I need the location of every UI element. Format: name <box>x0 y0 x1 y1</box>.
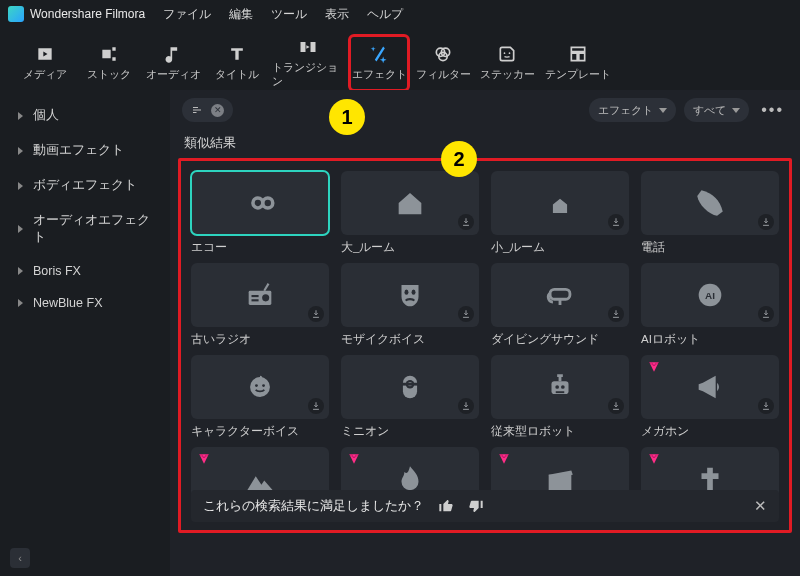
effect-label: キャラクターボイス <box>191 424 329 439</box>
menu-edit[interactable]: 編集 <box>229 6 253 23</box>
tool-media[interactable]: メディア <box>16 36 74 90</box>
menu-tool[interactable]: ツール <box>271 6 307 23</box>
filter-all-dropdown[interactable]: すべて <box>684 98 749 122</box>
download-icon[interactable] <box>608 214 624 230</box>
download-icon[interactable] <box>758 214 774 230</box>
chevron-right-icon <box>18 182 23 190</box>
download-icon[interactable] <box>308 306 324 322</box>
sidebar-item-audio-fx[interactable]: オーディオエフェクト <box>0 203 170 255</box>
download-icon[interactable] <box>308 398 324 414</box>
effect-thumbnail[interactable] <box>641 355 779 419</box>
sidebar-item-borisfx[interactable]: Boris FX <box>0 255 170 287</box>
tool-stock[interactable]: ストック <box>80 36 138 90</box>
effect-thumbnail[interactable] <box>191 263 329 327</box>
title-icon <box>227 44 247 64</box>
content-toolbar: ✕ エフェクト すべて ••• <box>170 90 800 130</box>
effect-thumbnail[interactable] <box>341 355 479 419</box>
sidebar-item-body-fx[interactable]: ボディエフェクト <box>0 168 170 203</box>
effect-thumbnail[interactable] <box>491 263 629 327</box>
download-icon[interactable] <box>458 398 474 414</box>
close-icon: ✕ <box>211 104 224 117</box>
download-icon[interactable] <box>458 306 474 322</box>
chevron-right-icon <box>18 225 23 233</box>
results-grid-area: エコー大_ルーム小_ルーム電話古いラジオモザイクボイスダイビングサウンドAIAI… <box>178 158 792 533</box>
effect-label: エコー <box>191 240 329 255</box>
effect-cell: 古いラジオ <box>191 263 329 347</box>
tool-transition[interactable]: トランジション <box>272 36 344 90</box>
effect-label: メガホン <box>641 424 779 439</box>
sticker-icon <box>497 44 517 64</box>
download-icon[interactable] <box>608 306 624 322</box>
svg-rect-8 <box>252 299 259 301</box>
effect-thumbnail[interactable] <box>341 171 479 235</box>
app-logo: Wondershare Filmora <box>8 6 145 22</box>
tool-template[interactable]: テンプレート <box>542 36 614 90</box>
tool-sticker[interactable]: ステッカー <box>478 36 536 90</box>
effect-label: ミニオン <box>341 424 479 439</box>
effect-cell: 電話 <box>641 171 779 255</box>
effect-label: 従来型ロボット <box>491 424 629 439</box>
effect-label: 小_ルーム <box>491 240 629 255</box>
chevron-right-icon <box>18 267 23 275</box>
template-icon <box>568 44 588 64</box>
download-icon[interactable] <box>758 398 774 414</box>
effect-label: 古いラジオ <box>191 332 329 347</box>
filter-effect-dropdown[interactable]: エフェクト <box>589 98 676 122</box>
download-icon[interactable] <box>758 306 774 322</box>
annotation-callout: 1 <box>329 99 365 135</box>
tool-audio[interactable]: オーディオ <box>144 36 202 90</box>
download-icon[interactable] <box>608 398 624 414</box>
chevron-right-icon <box>18 147 23 155</box>
menu-file[interactable]: ファイル <box>163 6 211 23</box>
media-icon <box>35 44 55 64</box>
svg-rect-20 <box>402 383 419 386</box>
svg-point-22 <box>555 385 559 389</box>
effect-thumbnail[interactable] <box>191 355 329 419</box>
effect-cell: モザイクボイス <box>341 263 479 347</box>
effect-thumbnail[interactable] <box>191 171 329 235</box>
effect-cell: メガホン <box>641 355 779 439</box>
feedback-bar: これらの検索結果に満足しましたか？ ✕ <box>191 490 779 522</box>
svg-point-23 <box>561 385 565 389</box>
menu-help[interactable]: ヘルプ <box>367 6 403 23</box>
effect-thumbnail[interactable]: AI <box>641 263 779 327</box>
effect-thumbnail[interactable] <box>491 355 629 419</box>
effect-thumbnail[interactable] <box>341 263 479 327</box>
sidebar-item-video-fx[interactable]: 動画エフェクト <box>0 133 170 168</box>
transition-icon <box>298 37 318 57</box>
svg-point-6 <box>262 294 269 301</box>
menu-bar: Wondershare Filmora ファイル 編集 ツール 表示 ヘルプ <box>0 0 800 28</box>
svg-rect-11 <box>550 289 570 299</box>
clear-filter-pill[interactable]: ✕ <box>182 98 233 122</box>
svg-point-3 <box>504 52 506 54</box>
sidebar-item-personal[interactable]: 個人 <box>0 98 170 133</box>
main-area: 個人 動画エフェクト ボディエフェクト オーディオエフェクト Boris FX … <box>0 90 800 576</box>
thumbs-down-icon[interactable] <box>468 498 484 514</box>
menu-view[interactable]: 表示 <box>325 6 349 23</box>
tool-title[interactable]: タイトル <box>208 36 266 90</box>
app-title: Wondershare Filmora <box>30 7 145 21</box>
effect-icon <box>369 44 389 64</box>
section-title: 類似結果 <box>170 130 800 158</box>
effect-cell: ダイビングサウンド <box>491 263 629 347</box>
effect-label: ダイビングサウンド <box>491 332 629 347</box>
chevron-down-icon <box>659 108 667 113</box>
close-feedback-button[interactable]: ✕ <box>754 497 767 515</box>
thumbs-up-icon[interactable] <box>438 498 454 514</box>
effect-cell: 大_ルーム <box>341 171 479 255</box>
download-icon[interactable] <box>458 214 474 230</box>
tool-effect[interactable]: エフェクト <box>350 36 408 90</box>
filter-icon <box>433 44 453 64</box>
tool-filter[interactable]: フィルター <box>414 36 472 90</box>
sidebar-collapse-button[interactable]: ‹ <box>10 548 30 568</box>
effect-thumbnail[interactable] <box>641 171 779 235</box>
more-menu-button[interactable]: ••• <box>757 101 788 119</box>
audio-icon <box>163 44 183 64</box>
svg-point-10 <box>412 290 416 295</box>
sidebar-item-newbluefx[interactable]: NewBlue FX <box>0 287 170 319</box>
effect-cell: 小_ルーム <box>491 171 629 255</box>
svg-point-4 <box>509 52 511 54</box>
effect-thumbnail[interactable] <box>491 171 629 235</box>
effect-cell: エコー <box>191 171 329 255</box>
svg-point-16 <box>262 384 265 387</box>
